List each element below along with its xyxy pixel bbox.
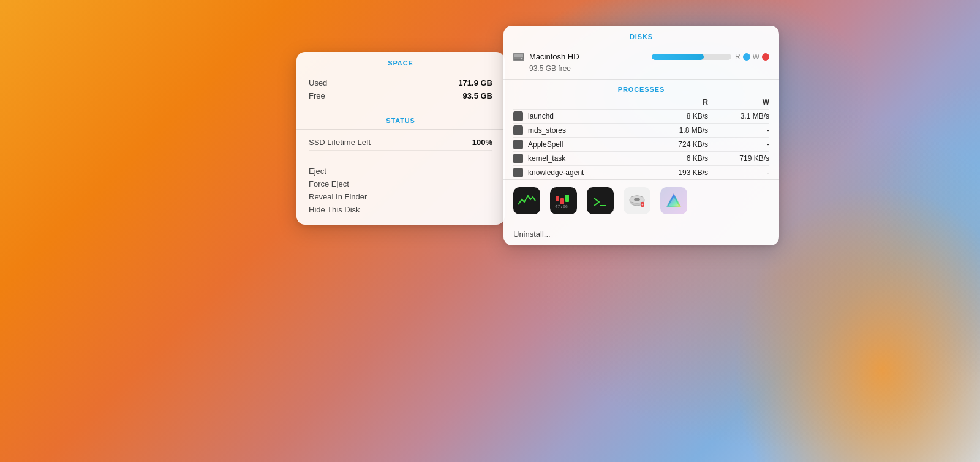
proc-app-icon — [513, 125, 523, 135]
proc-w-value: 3.1 MB/s — [708, 112, 769, 121]
disk-utility-icon[interactable]: + — [624, 187, 650, 214]
disk-drive-icon — [513, 53, 524, 61]
processes-section: PROCESSES R W launchd8 KB/s3.1 MB/smds_s… — [503, 80, 779, 179]
svg-point-2 — [521, 58, 522, 59]
ssd-value: 100% — [472, 138, 492, 147]
bottom-app-icons: 47:06 + — [503, 179, 779, 222]
free-label: Free — [309, 91, 325, 100]
ssd-row: SSD Lifetime Left 100% — [309, 135, 492, 151]
disk-name-group: Macintosh HD — [513, 52, 579, 61]
space-header: SPACE — [296, 52, 505, 72]
disk-usage-fill — [652, 54, 704, 60]
proc-w-value: - — [708, 126, 769, 135]
proc-app-icon — [513, 111, 523, 121]
colorsync-icon[interactable] — [660, 187, 687, 214]
svg-rect-5 — [565, 195, 569, 202]
svg-point-10 — [634, 198, 640, 201]
free-value: 93.5 GB — [463, 91, 492, 100]
svg-text:+: + — [641, 202, 644, 206]
space-status-panel: SPACE Used 171.9 GB Free 93.5 GB STATUS … — [296, 52, 505, 225]
processes-header: PROCESSES — [503, 80, 779, 98]
space-section: Used 171.9 GB Free 93.5 GB — [296, 72, 505, 110]
svg-rect-4 — [560, 198, 564, 204]
disk-name: Macintosh HD — [529, 52, 579, 61]
r-label: R — [735, 53, 741, 61]
proc-w-value: - — [708, 140, 769, 149]
used-value: 171.9 GB — [458, 78, 492, 88]
proc-r-value: 8 KB/s — [647, 112, 708, 121]
disks-panel: DISKS Macintosh HD R — [503, 26, 779, 245]
processes-table: R W launchd8 KB/s3.1 MB/smds_stores1.8 M… — [503, 98, 779, 179]
used-label: Used — [309, 78, 327, 88]
proc-row: knowledge-agent193 KB/s- — [513, 165, 769, 179]
activity-monitor-icon[interactable] — [513, 187, 540, 214]
actions-section: Eject Force Eject Reveal In Finder Hide … — [296, 158, 505, 225]
free-row: Free 93.5 GB — [309, 89, 492, 102]
proc-row: AppleSpell724 KB/s- — [513, 137, 769, 151]
proc-r-value: 1.8 MB/s — [647, 126, 708, 135]
ssd-label: SSD Lifetime Left — [309, 138, 371, 147]
reveal-in-finder-action[interactable]: Reveal In Finder — [309, 190, 492, 203]
proc-name: knowledge-agent — [528, 168, 647, 177]
proc-row: kernel_task6 KB/s719 KB/s — [513, 151, 769, 165]
stocks-icon[interactable]: 47:06 — [550, 187, 577, 214]
proc-r-value: 724 KB/s — [647, 140, 708, 149]
terminal-icon[interactable] — [587, 187, 614, 214]
disk-free: 93.5 GB free — [513, 64, 769, 75]
eject-action[interactable]: Eject — [309, 165, 492, 177]
proc-row: mds_stores1.8 MB/s- — [513, 123, 769, 137]
disk-usage-bar — [652, 54, 731, 60]
w-dot-icon[interactable] — [762, 53, 769, 61]
proc-name: mds_stores — [528, 126, 647, 135]
disk-item-macintosh-hd: Macintosh HD R W 93.5 GB free — [503, 47, 779, 80]
proc-w-col-header: W — [708, 98, 769, 106]
r-dot-icon[interactable] — [743, 53, 750, 61]
proc-rows-container: launchd8 KB/s3.1 MB/smds_stores1.8 MB/s-… — [513, 109, 769, 179]
disk-rw-buttons: R W — [735, 53, 769, 61]
proc-r-value: 193 KB/s — [647, 168, 708, 177]
proc-name: AppleSpell — [528, 140, 647, 149]
svg-rect-1 — [514, 54, 523, 57]
uninstall-row: Uninstall... — [503, 222, 779, 245]
proc-name: kernel_task — [528, 154, 647, 163]
proc-w-value: 719 KB/s — [708, 154, 769, 163]
proc-app-icon — [513, 154, 523, 163]
disk-top-row: Macintosh HD R W — [513, 52, 769, 61]
disk-right-controls: R W — [652, 53, 769, 61]
status-header: STATUS — [296, 110, 505, 129]
svg-rect-3 — [556, 196, 559, 201]
disks-header: DISKS — [503, 26, 779, 47]
used-row: Used 171.9 GB — [309, 76, 492, 89]
proc-row: launchd8 KB/s3.1 MB/s — [513, 109, 769, 123]
proc-col-headers: R W — [513, 98, 769, 109]
proc-app-icon — [513, 140, 523, 149]
proc-r-value: 6 KB/s — [647, 154, 708, 163]
w-label: W — [753, 53, 760, 61]
proc-name: launchd — [528, 112, 647, 121]
hide-disk-action[interactable]: Hide This Disk — [309, 203, 492, 216]
status-section: SSD Lifetime Left 100% — [296, 129, 505, 158]
proc-r-col-header: R — [647, 98, 708, 106]
uninstall-button[interactable]: Uninstall... — [513, 229, 551, 239]
force-eject-action[interactable]: Force Eject — [309, 177, 492, 190]
proc-w-value: - — [708, 168, 769, 177]
svg-text:47:06: 47:06 — [555, 204, 568, 209]
proc-app-icon — [513, 168, 523, 177]
